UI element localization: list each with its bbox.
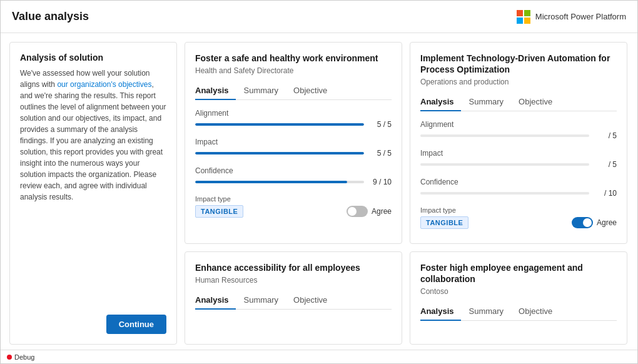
ms-squares-icon [517,10,530,24]
agree-row-2: Agree [572,217,617,228]
metric-impact-2-label: Impact [420,149,617,158]
card-3-title: Enhance accessibility for all employees [195,262,392,273]
tab-card1-analysis[interactable]: Analysis [195,82,236,100]
metric-confidence-2-label: Confidence [420,178,617,186]
sq-red [517,10,523,16]
metric-alignment-2-bar-row: / 5 [420,131,617,140]
left-panel: Analysis of solution We've assessed how … [9,42,177,345]
analysis-title: Analysis of solution [20,53,166,63]
metric-confidence-1-fill [195,181,347,183]
agree-label-2: Agree [597,218,617,227]
impact-badge-2: TANGIBLE [420,216,468,229]
tab-card2-summary[interactable]: Summary [468,93,511,111]
org-link[interactable]: our organization's objectives [57,80,151,89]
continue-button[interactable]: Continue [106,315,166,334]
tab-card2-analysis[interactable]: Analysis [420,93,461,111]
impact-type-1-row: TANGIBLE Agree [195,205,392,218]
sq-blue [517,18,523,24]
metric-alignment-1-bg [195,123,364,126]
impact-type-2-row: TANGIBLE Agree [420,216,617,229]
metric-alignment-1: Alignment 5 / 5 [195,109,392,129]
metric-confidence-1-bar-row: 9 / 10 [195,178,392,186]
card-2-subtitle: Operations and production [420,78,617,86]
metric-alignment-2-bg [420,134,589,137]
card-3-tabs: Analysis Summary Objective [195,291,392,310]
footer-bar: Debug [1,350,637,363]
card-4-title: Foster high employee engagement and coll… [420,262,617,285]
tab-card4-summary[interactable]: Summary [468,303,511,321]
metric-impact-2-value: / 5 [594,160,617,169]
metric-alignment-1-fill [195,123,364,126]
card-2-title: Implement Technology-Driven Automation f… [420,53,617,75]
agree-row-1: Agree [347,206,392,217]
toggle-knob-2 [583,218,592,227]
sq-green [524,10,530,16]
metric-alignment-1-bar-row: 5 / 5 [195,120,392,129]
metric-confidence-2-value: / 10 [594,189,617,198]
card-1-title: Foster a safe and healthy work environme… [195,53,392,64]
agree-toggle-1[interactable] [347,206,368,217]
sq-yellow [524,18,530,24]
tab-card1-summary[interactable]: Summary [243,82,286,100]
card-1-subtitle: Health and Safety Directorate [195,66,392,75]
left-panel-body: Analysis of solution We've assessed how … [20,53,166,203]
analysis-description: We've assessed how well your solution al… [20,68,166,203]
metric-impact-1-value: 5 / 5 [369,149,392,158]
metric-confidence-1-bg [195,181,364,183]
metric-impact-1-label: Impact [195,138,392,146]
metric-impact-1-bg [195,152,364,154]
app-container: Value analysis Microsoft Power Platform … [0,0,638,364]
metric-confidence-2: Confidence / 10 [420,178,617,198]
metric-alignment-1-label: Alignment [195,109,392,118]
impact-type-2-label: Impact type [420,206,617,214]
cards-grid: Foster a safe and healthy work environme… [185,42,629,345]
debug-dot [7,355,12,360]
card-1-tabs: Analysis Summary Objective [195,81,392,100]
tab-card3-summary[interactable]: Summary [243,291,286,310]
tab-card2-objective[interactable]: Objective [519,93,560,111]
impact-badge-1: TANGIBLE [195,205,243,218]
tab-card3-analysis[interactable]: Analysis [195,291,236,310]
card-enhance-accessibility: Enhance accessibility for all employees … [185,251,402,345]
ms-logo: Microsoft Power Platform [517,10,626,24]
card-foster-safe: Foster a safe and healthy work environme… [185,42,402,244]
metric-impact-1-fill [195,152,364,154]
card-implement-tech: Implement Technology-Driven Automation f… [410,42,627,244]
agree-label-1: Agree [372,207,392,216]
metric-impact-2-bg [420,163,589,166]
card-foster-engagement: Foster high employee engagement and coll… [410,251,627,345]
metric-confidence-1-value: 9 / 10 [369,178,392,186]
toggle-knob-1 [348,207,357,216]
page-title: Value analysis [12,10,89,23]
ms-brand-label: Microsoft Power Platform [535,12,626,21]
debug-label: Debug [14,353,34,361]
main-content: Analysis of solution We've assessed how … [1,33,637,350]
metric-alignment-1-value: 5 / 5 [369,120,392,129]
card-2-tabs: Analysis Summary Objective [420,93,617,111]
metric-confidence-1: Confidence 9 / 10 [195,166,392,186]
metric-confidence-1-label: Confidence [195,166,392,175]
metric-impact-2: Impact / 5 [420,149,617,169]
metric-impact-1-bar-row: 5 / 5 [195,149,392,158]
metric-alignment-2: Alignment / 5 [420,120,617,140]
tab-card4-analysis[interactable]: Analysis [420,303,461,321]
agree-toggle-2[interactable] [572,217,593,228]
metric-impact-1: Impact 5 / 5 [195,138,392,158]
metric-confidence-2-bg [420,192,589,195]
tab-card3-objective[interactable]: Objective [293,291,335,310]
card-4-subtitle: Contoso [420,287,617,296]
card-3-subtitle: Human Resources [195,276,392,285]
tab-card4-objective[interactable]: Objective [519,303,560,321]
metric-alignment-2-value: / 5 [594,131,617,140]
card-4-tabs: Analysis Summary Objective [420,302,617,321]
metric-impact-2-bar-row: / 5 [420,160,617,169]
metric-confidence-2-bar-row: / 10 [420,189,617,198]
impact-type-1-label: Impact type [195,195,392,203]
metric-alignment-2-label: Alignment [420,120,617,129]
tab-card1-objective[interactable]: Objective [293,82,335,100]
header: Value analysis Microsoft Power Platform [1,1,637,33]
